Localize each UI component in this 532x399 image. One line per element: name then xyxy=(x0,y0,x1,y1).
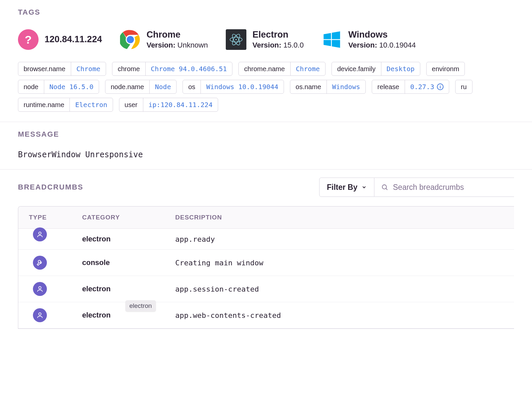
search-icon xyxy=(381,183,388,191)
info-icon[interactable]: i xyxy=(437,83,444,90)
search-wrap xyxy=(374,178,514,197)
category-cell: electron xyxy=(82,311,175,320)
tag-key: os xyxy=(183,80,201,93)
tag-value: Chrome xyxy=(71,62,106,75)
tag-key: browser.name xyxy=(18,62,71,75)
hero-os-version: Version: 10.0.19044 xyxy=(348,41,416,50)
description-cell: app.session-created xyxy=(175,285,514,293)
table-row[interactable]: electronapp.web-contents-createdelectron xyxy=(18,302,514,329)
category-cell: electron xyxy=(82,285,175,293)
tags-hero-row: ? 120.84.11.224 Chrome Version: xyxy=(18,29,514,50)
hero-electron-name: Electron xyxy=(252,29,304,41)
description-cell: app.web-contents-created xyxy=(175,311,514,320)
windows-icon xyxy=(322,29,342,50)
type-cell xyxy=(29,256,82,270)
tag-value: Electron xyxy=(70,98,112,111)
hero-browser-version: Version: Unknown xyxy=(147,41,208,50)
tag-value: Node 16.5.0 xyxy=(44,80,99,93)
tag-value: Chrome xyxy=(291,62,325,75)
tag-pill[interactable]: osWindows 10.0.19044 xyxy=(183,80,284,94)
tag-key: node.name xyxy=(105,80,150,93)
breadcrumbs-section: BREADCRUMBS Filter By TYPE CATEGORY DESC… xyxy=(0,170,532,339)
user-icon xyxy=(33,227,47,241)
svg-point-7 xyxy=(382,185,387,189)
tag-key: chrome.name xyxy=(239,62,290,75)
filter-by-button[interactable]: Filter By xyxy=(319,178,374,197)
col-type: TYPE xyxy=(29,214,82,221)
chevron-down-icon xyxy=(361,185,367,190)
svg-point-6 xyxy=(235,39,237,40)
tag-pill[interactable]: userip:120.84.11.224 xyxy=(119,98,218,112)
tag-value: Windows 10.0.19044 xyxy=(201,80,284,93)
hero-electron: Electron Version: 15.0.0 xyxy=(226,29,304,50)
hero-os-name: Windows xyxy=(348,29,416,41)
table-row[interactable]: electronapp.session-created xyxy=(18,276,514,302)
message-section: MESSAGE BrowserWindow Unresponsive xyxy=(0,122,532,170)
col-category: CATEGORY xyxy=(82,214,175,221)
tag-value: Windows xyxy=(327,80,365,93)
tags-heading: TAGS xyxy=(18,8,514,17)
tag-pill[interactable]: runtime.nameElectron xyxy=(18,98,113,112)
tag-key: runtime.name xyxy=(18,98,70,111)
description-cell: app.ready xyxy=(175,235,514,243)
tag-key: environm xyxy=(427,62,465,75)
tag-key: ru xyxy=(456,80,472,93)
type-cell xyxy=(29,237,82,241)
tag-pills: browser.nameChromechromeChrome 94.0.4606… xyxy=(18,62,514,112)
tag-pill[interactable]: ru xyxy=(455,80,472,94)
tag-pill[interactable]: device.familyDesktop xyxy=(332,62,420,76)
svg-point-9 xyxy=(39,232,41,234)
tag-key: release xyxy=(372,80,405,93)
user-icon xyxy=(33,282,47,296)
tag-key: user xyxy=(119,98,143,111)
hero-os: Windows Version: 10.0.19044 xyxy=(322,29,416,50)
tag-pill[interactable]: browser.nameChrome xyxy=(18,62,106,76)
tag-pill[interactable]: node.nameNode xyxy=(105,80,177,94)
tags-section: TAGS ? 120.84.11.224 Chrome xyxy=(0,0,532,122)
hero-ip-value: 120.84.11.224 xyxy=(45,34,102,45)
hero-browser: Chrome Version: Unknown xyxy=(120,29,208,50)
breadcrumbs-header-row: TYPE CATEGORY DESCRIPTION xyxy=(18,206,514,229)
tag-key: os.name xyxy=(290,80,327,93)
tag-value: 0.27.3i xyxy=(405,80,449,93)
tag-pill[interactable]: chromeChrome 94.0.4606.51 xyxy=(112,62,232,76)
breadcrumbs-heading: BREADCRUMBS xyxy=(18,183,83,192)
tag-pill[interactable]: nodeNode 16.5.0 xyxy=(18,80,99,94)
breadcrumbs-controls: Filter By xyxy=(319,178,514,197)
message-heading: MESSAGE xyxy=(18,130,514,139)
tag-value: Node xyxy=(150,80,176,93)
category-cell: electron xyxy=(82,235,175,243)
user-icon xyxy=(33,308,47,322)
table-row[interactable]: electronapp.ready xyxy=(18,229,514,250)
description-cell: Creating main window xyxy=(175,259,514,267)
col-description: DESCRIPTION xyxy=(175,214,514,221)
electron-icon xyxy=(226,29,246,50)
wrench-icon xyxy=(33,256,47,270)
tag-pill[interactable]: release0.27.3i xyxy=(372,80,449,94)
message-text: BrowserWindow Unresponsive xyxy=(18,150,514,159)
tag-key: node xyxy=(18,80,44,93)
category-cell: console xyxy=(82,258,175,267)
tooltip: electron xyxy=(125,300,156,312)
tag-pill[interactable]: environm xyxy=(426,62,465,76)
table-row[interactable]: consoleCreating main window xyxy=(18,250,514,276)
tag-value: Chrome 94.0.4606.51 xyxy=(146,62,232,75)
tag-value: Desktop xyxy=(381,62,420,75)
svg-line-8 xyxy=(386,189,388,190)
tag-pill[interactable]: os.nameWindows xyxy=(290,80,366,94)
type-cell xyxy=(29,282,82,296)
tag-key: chrome xyxy=(112,62,146,75)
svg-point-11 xyxy=(39,313,41,315)
question-icon: ? xyxy=(18,29,39,50)
hero-browser-name: Chrome xyxy=(147,29,208,41)
tag-pill[interactable]: chrome.nameChrome xyxy=(238,62,326,76)
hero-ip: ? 120.84.11.224 xyxy=(18,29,102,50)
breadcrumbs-table: TYPE CATEGORY DESCRIPTION electronapp.re… xyxy=(18,206,514,329)
tag-value: ip:120.84.11.224 xyxy=(143,98,218,111)
chrome-icon xyxy=(120,29,141,50)
hero-electron-version: Version: 15.0.0 xyxy=(252,41,304,50)
tag-key: device.family xyxy=(332,62,381,75)
type-cell xyxy=(29,308,82,322)
svg-point-10 xyxy=(39,287,41,289)
search-input[interactable] xyxy=(393,183,507,192)
